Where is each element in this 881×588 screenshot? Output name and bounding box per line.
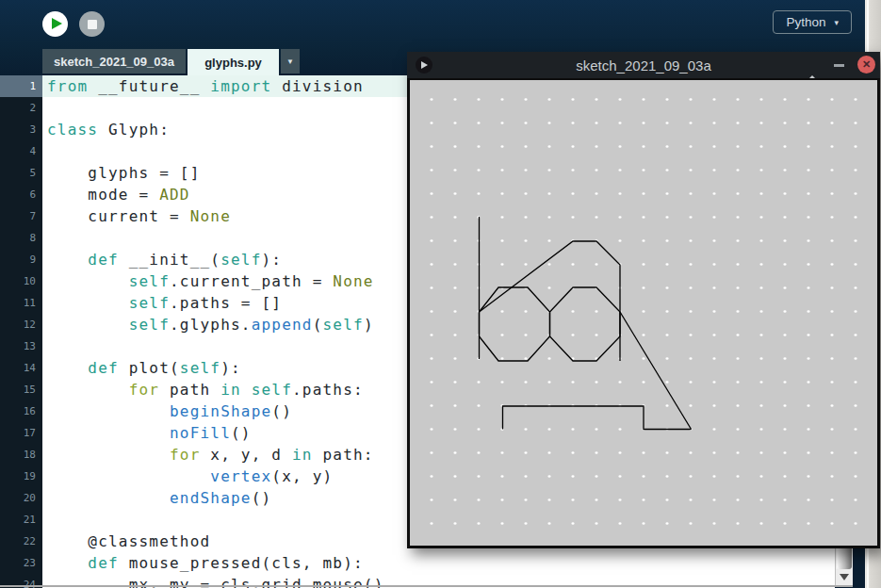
line-number: 22 xyxy=(0,531,42,552)
code-token xyxy=(47,294,129,312)
scrollbar-down-button[interactable] xyxy=(836,569,853,585)
sketch-app-icon xyxy=(416,57,432,74)
line-number: 7 xyxy=(0,205,42,227)
line-number: 3 xyxy=(0,119,42,140)
code-token xyxy=(47,489,170,507)
code-token: () xyxy=(231,424,252,442)
code-token xyxy=(47,251,88,269)
code-token: Glyph: xyxy=(98,121,170,139)
screen: Python ▾ sketch_2021_09_03a glyphs.py ▼ … xyxy=(0,0,881,588)
glyph-path xyxy=(550,287,621,361)
line-number: 19 xyxy=(0,466,42,487)
code-token: for xyxy=(170,446,201,464)
code-token: (x, y) xyxy=(271,467,333,485)
close-button[interactable]: ✕ xyxy=(857,56,875,74)
tab-sketch-2021-09-03a[interactable]: sketch_2021_09_03a xyxy=(42,49,186,74)
code-token: in xyxy=(292,446,313,464)
arrow-down-icon xyxy=(840,574,849,580)
line-number: 20 xyxy=(0,487,42,509)
code-token: ADD xyxy=(159,186,190,204)
tab-menu-button[interactable]: ▼ xyxy=(281,49,300,74)
code-token: in xyxy=(220,381,241,399)
line-number: 18 xyxy=(0,444,42,466)
mode-label: Python xyxy=(786,15,825,29)
code-token: current = xyxy=(47,207,190,225)
code-token xyxy=(47,424,170,442)
code-token: def xyxy=(88,251,119,269)
code-token: plot( xyxy=(119,359,180,377)
code-token xyxy=(241,381,252,399)
editor-footer-divider xyxy=(0,585,853,587)
code-token: self xyxy=(252,381,292,399)
code-token: endShape xyxy=(170,489,252,507)
code-token: self xyxy=(129,316,170,334)
code-token: def xyxy=(88,554,119,572)
code-token: mode = xyxy=(47,186,159,204)
code-token: __future__ xyxy=(88,77,210,95)
line-number: 13 xyxy=(0,335,42,357)
line-number: 4 xyxy=(0,140,42,162)
code-token xyxy=(47,272,129,290)
code-token xyxy=(47,316,129,334)
code-token: self xyxy=(129,272,170,290)
line-number: 23 xyxy=(0,552,42,574)
code-token: .paths = [] xyxy=(170,294,282,312)
code-token: from xyxy=(47,77,88,95)
line-number: 9 xyxy=(0,249,42,270)
code-token: vertex xyxy=(210,467,271,485)
line-number: 17 xyxy=(0,422,42,444)
code-token: class xyxy=(47,121,98,139)
code-token: beginShape xyxy=(170,402,271,420)
code-token: __init__( xyxy=(119,251,220,269)
line-number: 12 xyxy=(0,314,42,335)
tab-glyphs-py[interactable]: glyphs.py xyxy=(188,49,279,75)
line-number: 1 xyxy=(0,75,42,97)
glyph-path xyxy=(480,287,550,361)
code-token: self xyxy=(323,316,364,334)
code-token: append xyxy=(252,316,313,334)
code-token xyxy=(47,554,88,572)
stop-button[interactable] xyxy=(79,11,105,37)
sketch-window-titlebar[interactable]: sketch_2021_09_03a ✕ xyxy=(407,52,880,78)
line-number: 5 xyxy=(0,162,42,184)
code-token: ) xyxy=(364,316,374,334)
play-icon xyxy=(52,18,62,29)
toolbar: Python ▾ xyxy=(0,0,865,49)
stop-icon xyxy=(88,20,97,29)
code-token: ): xyxy=(262,251,283,269)
close-icon: ✕ xyxy=(862,58,871,71)
code-token: () xyxy=(271,402,292,420)
line-number: 2 xyxy=(0,97,42,119)
code-token: noFill xyxy=(170,424,231,442)
play-icon xyxy=(421,61,428,69)
code-token: ( xyxy=(313,316,323,334)
code-token: .current_path = xyxy=(170,272,333,290)
code-line[interactable]: def mouse_pressed(cls, mb): xyxy=(42,552,835,574)
code-token xyxy=(47,446,170,464)
line-number: 8 xyxy=(0,227,42,249)
minimize-button[interactable] xyxy=(834,64,844,67)
code-token: glyphs = [] xyxy=(47,164,201,182)
glyph-path xyxy=(620,312,692,430)
code-token: def xyxy=(88,359,119,377)
code-token: path: xyxy=(313,446,374,464)
run-button[interactable] xyxy=(42,11,68,37)
glyph-path xyxy=(503,406,692,430)
code-token xyxy=(47,381,129,399)
sketch-output-window: sketch_2021_09_03a ✕ xyxy=(407,52,880,548)
line-number: 10 xyxy=(0,270,42,292)
code-token: @classmethod xyxy=(47,532,210,550)
sketch-canvas[interactable] xyxy=(407,78,880,548)
code-token: path xyxy=(159,381,220,399)
code-token: () xyxy=(252,489,272,507)
code-token xyxy=(47,402,170,420)
code-token xyxy=(47,467,210,485)
code-token: .paths: xyxy=(292,381,364,399)
chevron-down-icon: ▾ xyxy=(834,17,839,27)
line-number: 21 xyxy=(0,509,42,531)
code-token: x, y, d xyxy=(201,446,293,464)
line-number: 16 xyxy=(0,400,42,422)
mode-selector-button[interactable]: Python ▾ xyxy=(773,10,852,34)
code-token: self xyxy=(180,359,220,377)
chevron-down-icon: ▼ xyxy=(286,57,294,66)
